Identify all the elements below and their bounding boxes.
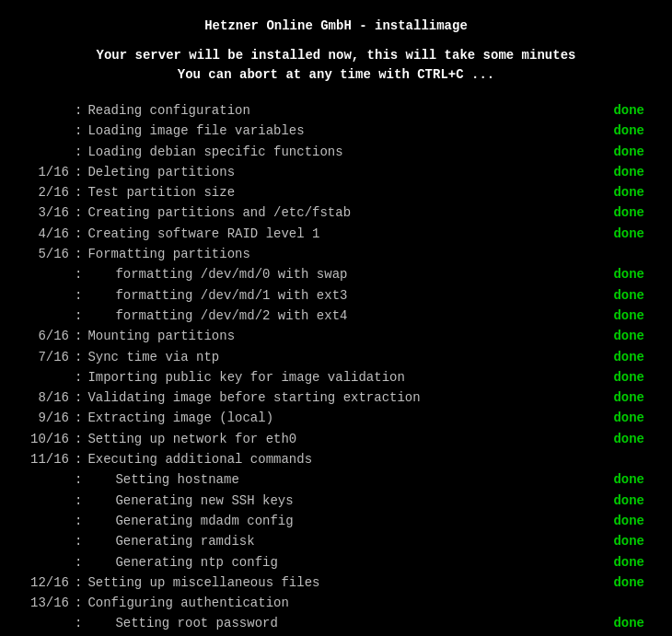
log-message: Validating image before starting extract… (87, 388, 589, 407)
log-message: Sync time via ntp (87, 348, 589, 366)
colon-separator: : (75, 286, 82, 305)
log-line: :Setting hostnamedone (28, 470, 644, 489)
colon-separator: : (75, 163, 82, 181)
log-message: formatting /dev/md/2 with ext4 (87, 306, 589, 325)
log-message: Mounting partitions (87, 327, 589, 345)
colon-separator: : (75, 306, 82, 325)
colon-separator: : (75, 265, 82, 283)
log-message: Deleting partitions (87, 163, 589, 181)
log-message: Test partition size (87, 183, 589, 202)
log-message: formatting /dev/md/1 with ext3 (87, 286, 589, 305)
log-line: 9/16:Extracting image (local)done (28, 409, 644, 427)
step-number: 11/16 (28, 450, 69, 468)
step-number: 10/16 (28, 430, 69, 448)
colon-separator: : (75, 143, 82, 161)
colon-separator: : (75, 450, 82, 468)
log-message: Reading configuration (87, 101, 589, 120)
colon-separator: : (75, 101, 82, 120)
log-line: 13/16:Configuring authentication (28, 594, 644, 612)
log-line: :Setting root passworddone (28, 614, 644, 632)
title: Hetzner Online GmbH - installimage (28, 18, 644, 33)
step-number: 9/16 (28, 409, 69, 427)
log-line: 1/16:Deleting partitionsdone (28, 163, 644, 181)
log-message: Configuring authentication (87, 594, 589, 612)
colon-separator: : (75, 470, 82, 489)
log-status: done (589, 388, 644, 407)
log-message: Creating software RAID level 1 (87, 225, 589, 243)
log-line: :Loading image file variablesdone (28, 121, 644, 140)
log-line: 7/16:Sync time via ntpdone (28, 348, 644, 366)
log-message: Generating ramdisk (87, 532, 589, 550)
step-number: 2/16 (28, 183, 69, 202)
step-number: 3/16 (28, 203, 69, 222)
log-status: done (589, 327, 644, 345)
colon-separator: : (75, 409, 82, 427)
log-status: done (589, 430, 644, 448)
log-message: Executing additional commands (87, 450, 589, 468)
colon-separator: : (75, 203, 82, 222)
log-line: 6/16:Mounting partitionsdone (28, 327, 644, 345)
log-line: 5/16:Formatting partitions (28, 245, 644, 263)
colon-separator: : (75, 430, 82, 448)
log-message: Creating partitions and /etc/fstab (87, 203, 589, 222)
colon-separator: : (75, 388, 82, 407)
step-number: 7/16 (28, 348, 69, 366)
log-line: :Generating ramdiskdone (28, 532, 644, 550)
log-message: Extracting image (local) (87, 409, 589, 427)
log-line: 8/16:Validating image before starting ex… (28, 388, 644, 407)
step-number: 6/16 (28, 327, 69, 345)
log-status: done (589, 368, 644, 387)
log-line: 12/16:Setting up miscellaneous filesdone (28, 573, 644, 592)
intro: Your server will be installed now, this … (28, 46, 644, 85)
log-line: :Generating new SSH keysdone (28, 491, 644, 510)
log-line: :formatting /dev/md/0 with swapdone (28, 265, 644, 283)
log-status: done (589, 532, 644, 550)
log-status: done (589, 553, 644, 572)
step-number: 8/16 (28, 388, 69, 407)
colon-separator: : (75, 348, 82, 366)
log-message: Setting hostname (87, 470, 589, 489)
intro-line1: Your server will be installed now, this … (28, 46, 644, 65)
colon-separator: : (75, 368, 82, 387)
log-line: 11/16:Executing additional commands (28, 450, 644, 468)
intro-line2: You can abort at any time with CTRL+C ..… (28, 65, 644, 85)
log-line: :Loading debian specific functionsdone (28, 143, 644, 161)
log-status: done (589, 409, 644, 427)
log-line: :Generating mdadm configdone (28, 512, 644, 530)
log-message: Setting up miscellaneous files (87, 573, 589, 592)
log-status: done (589, 101, 644, 120)
log-status: done (589, 183, 644, 202)
terminal: Hetzner Online GmbH - installimage Your … (28, 18, 644, 636)
colon-separator: : (75, 553, 82, 572)
colon-separator: : (75, 327, 82, 345)
log-line: :Reading configurationdone (28, 101, 644, 120)
log-status: done (589, 225, 644, 243)
log-message: Setting root password (87, 614, 589, 632)
colon-separator: : (75, 491, 82, 510)
log-status: done (589, 203, 644, 222)
log-status: done (589, 265, 644, 283)
log-message: Setting up network for eth0 (87, 430, 589, 448)
log-status: done (589, 348, 644, 366)
log-message: Loading image file variables (87, 121, 589, 140)
log-status: done (589, 614, 644, 632)
step-number: 4/16 (28, 225, 69, 243)
log-status: done (589, 512, 644, 530)
colon-separator: : (75, 573, 82, 592)
log-line: 2/16:Test partition sizedone (28, 183, 644, 202)
colon-separator: : (75, 532, 82, 550)
log-line: 4/16:Creating software RAID level 1done (28, 225, 644, 243)
log-line: :Generating ntp configdone (28, 553, 644, 572)
log-line: 10/16:Setting up network for eth0done (28, 430, 644, 448)
colon-separator: : (75, 614, 82, 632)
colon-separator: : (75, 121, 82, 140)
log-status: done (589, 163, 644, 181)
log-status: done (589, 470, 644, 489)
log-line: :Importing public key for image validati… (28, 368, 644, 387)
step-number: 13/16 (28, 594, 69, 612)
colon-separator: : (75, 245, 82, 263)
step-number: 5/16 (28, 245, 69, 263)
log-line: :formatting /dev/md/2 with ext4done (28, 306, 644, 325)
log-message: Formatting partitions (87, 245, 589, 263)
log-status: done (589, 491, 644, 510)
